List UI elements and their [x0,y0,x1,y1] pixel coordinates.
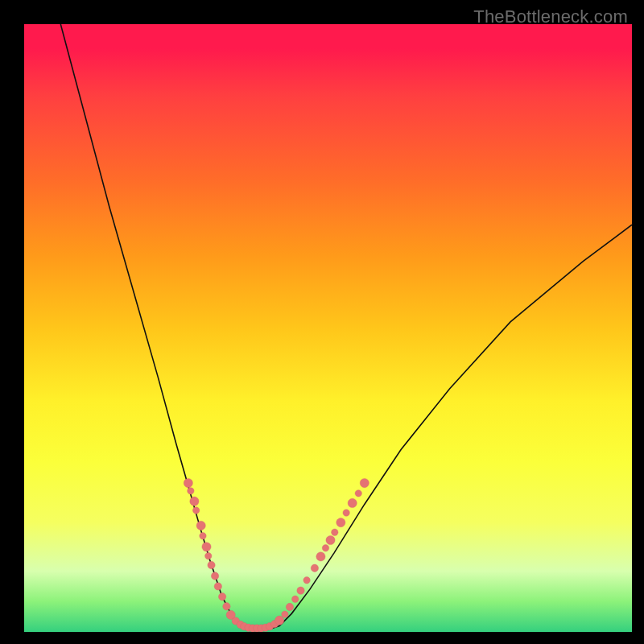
data-marker [282,611,288,617]
data-marker [184,478,192,487]
data-marker [286,603,293,610]
data-marker [322,545,328,551]
data-marker [303,577,310,584]
data-marker [348,498,357,507]
data-marker [214,583,221,590]
data-marker [223,603,230,610]
data-marker [218,593,225,601]
data-marker [275,616,283,625]
data-marker [297,587,304,594]
data-marker [326,535,335,544]
data-marker [292,596,299,602]
data-marker [208,561,215,568]
data-marker [316,552,325,561]
data-marker [336,518,345,526]
data-marker [190,497,199,506]
data-marker [211,572,218,580]
data-marker [343,510,349,516]
data-marker [188,488,194,494]
data-marker [332,529,338,535]
data-marker [205,552,212,559]
bottleneck-curve [60,24,632,629]
chart-svg [24,24,632,632]
chart-frame: TheBottleneck.com [0,0,644,644]
data-marker [355,490,361,497]
data-marker [192,507,199,514]
marker-group [184,478,369,632]
data-marker [196,521,205,530]
plot-area [24,24,632,632]
data-marker [311,564,318,572]
data-marker [200,532,206,539]
data-marker [360,478,369,487]
data-marker [202,543,211,551]
